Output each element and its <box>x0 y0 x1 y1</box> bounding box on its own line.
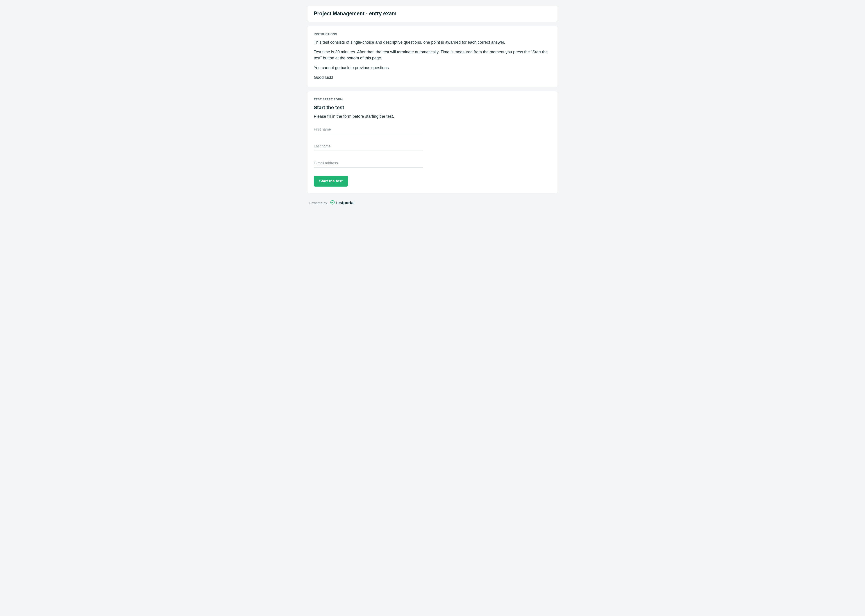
start-test-button[interactable]: Start the test <box>314 176 348 187</box>
instructions-label: INSTRUCTIONS <box>314 32 551 36</box>
instruction-paragraph: Test time is 30 minutes. After that, the… <box>314 49 551 61</box>
first-name-input[interactable] <box>314 125 423 134</box>
brand-link[interactable]: testportal <box>330 200 355 206</box>
svg-point-0 <box>331 201 334 204</box>
email-input[interactable] <box>314 159 423 168</box>
email-field-wrapper <box>314 159 423 168</box>
brand-checkmark-icon <box>330 200 335 206</box>
instructions-text: This test consists of single-choice and … <box>314 39 551 80</box>
instructions-card: INSTRUCTIONS This test consists of singl… <box>307 26 558 87</box>
form-label: TEST START FORM <box>314 98 551 101</box>
footer: Powered by testportal <box>307 197 558 208</box>
form-subtitle: Please fill in the form before starting … <box>314 114 551 119</box>
instruction-paragraph: Good luck! <box>314 74 551 80</box>
page-title: Project Management - entry exam <box>314 11 551 17</box>
form-title: Start the test <box>314 105 551 110</box>
title-card: Project Management - entry exam <box>307 6 558 22</box>
instruction-paragraph: You cannot go back to previous questions… <box>314 65 551 71</box>
brand-name: testportal <box>336 201 355 205</box>
form-card: TEST START FORM Start the test Please fi… <box>307 91 558 193</box>
last-name-field-wrapper <box>314 142 423 151</box>
first-name-field-wrapper <box>314 125 423 134</box>
last-name-input[interactable] <box>314 142 423 151</box>
powered-by-text: Powered by <box>309 201 327 205</box>
instruction-paragraph: This test consists of single-choice and … <box>314 39 551 46</box>
